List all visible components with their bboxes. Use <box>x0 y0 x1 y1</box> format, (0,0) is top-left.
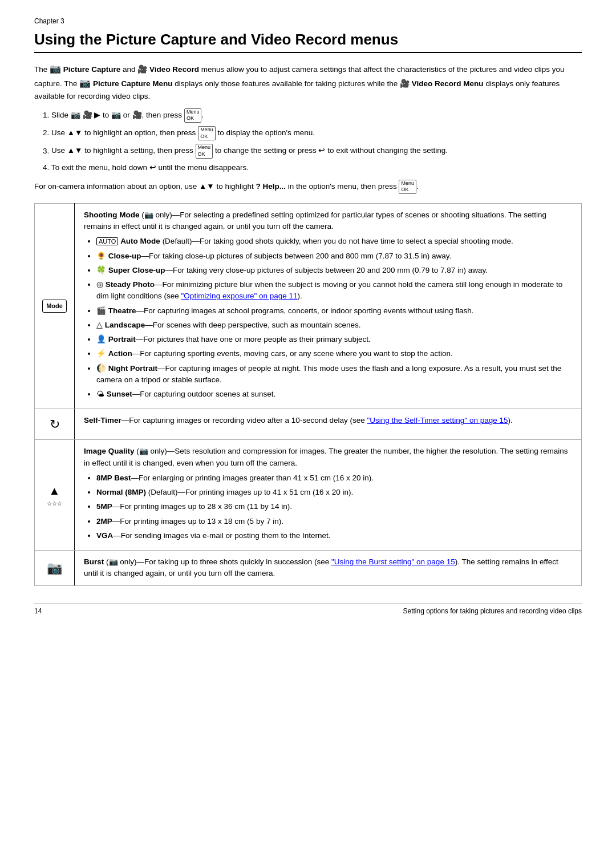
footer-page-number: 14 <box>34 607 42 615</box>
table-row-self-timer: ↻ Self-Timer—For capturing images or rec… <box>35 409 582 440</box>
bullet-theatre: 🎬 Theatre—For capturing images at school… <box>96 305 572 317</box>
burst-content: Burst (📷 only)—For taking up to three sh… <box>75 551 582 586</box>
chapter-label: Chapter 3 <box>34 17 582 25</box>
bullet-5mp: 5MP—For printing images up to 28 x 36 cm… <box>96 501 572 512</box>
step-1: Slide 📷 🎥 ▶ to 📷 or 🎥, then press MenuOK… <box>51 108 582 123</box>
feature-table: Mode Shooting Mode (📷 only)—For selectin… <box>34 203 582 586</box>
footer-text: Setting options for taking pictures and … <box>403 607 582 615</box>
bullet-8mp-best: 8MP Best—For enlarging or printing image… <box>96 472 572 484</box>
self-timer-icon: ↻ <box>50 417 60 431</box>
self-timer-icon-cell: ↻ <box>35 409 75 440</box>
bullet-auto-mode: AUTO Auto Mode (Default)—For taking good… <box>96 236 572 247</box>
bullet-super-closeup: 🍀 Super Close-up—For taking very close-u… <box>96 265 572 276</box>
bullet-steady-photo: ◎ Steady Photo—For minimizing picture bl… <box>96 279 572 302</box>
table-row-burst: 📷 Burst (📷 only)—For taking up to three … <box>35 551 582 586</box>
burst-icon: 📷 <box>47 561 62 575</box>
image-quality-icon: ▲ ☆☆☆ <box>42 482 67 508</box>
footer: 14 Setting options for taking pictures a… <box>34 603 582 615</box>
self-timer-content: Self-Timer—For capturing images or recor… <box>75 409 582 440</box>
shooting-mode-bullets: AUTO Auto Mode (Default)—For taking good… <box>96 236 572 400</box>
steps-list: Slide 📷 🎥 ▶ to 📷 or 🎥, then press MenuOK… <box>51 108 582 174</box>
burst-icon-cell: 📷 <box>35 551 75 586</box>
bullet-normal-8mp: Normal (8MP) (Default)—For printing imag… <box>96 487 572 498</box>
shooting-mode-icon-cell: Mode <box>35 203 75 409</box>
table-row-image-quality: ▲ ☆☆☆ Image Quality (📷 only)—Sets resolu… <box>35 440 582 551</box>
table-row-shooting-mode: Mode Shooting Mode (📷 only)—For selectin… <box>35 203 582 409</box>
bullet-night-portrait: 🌔 Night Portrait—For capturing images of… <box>96 363 572 386</box>
intro-section: The 📷 Picture Capture and 🎥 Video Record… <box>34 62 582 103</box>
shooting-mode-content: Shooting Mode (📷 only)—For selecting a p… <box>75 203 582 409</box>
image-quality-icon-cell: ▲ ☆☆☆ <box>35 440 75 551</box>
mode-icon: Mode <box>42 300 67 313</box>
bullet-closeup: 🌻 Close-up—For taking close-up pictures … <box>96 250 572 262</box>
bullet-2mp: 2MP—For printing images up to 13 x 18 cm… <box>96 516 572 527</box>
intro-para1: The 📷 Picture Capture and 🎥 Video Record… <box>34 62 582 103</box>
page-title: Using the Picture Capture and Video Reco… <box>34 31 582 53</box>
bullet-vga: VGA—For sending images via e-mail or pos… <box>96 530 572 541</box>
bullet-action: ⚡ Action—For capturing sporting events, … <box>96 348 572 359</box>
bullet-sunset: 🌤 Sunset—For capturing outdoor scenes at… <box>96 389 572 400</box>
step-4: To exit the menu, hold down ↩ until the … <box>51 162 582 174</box>
help-line: For on-camera information about an optio… <box>34 180 582 194</box>
step-3: Use ▲▼ to highlight a setting, then pres… <box>51 144 582 158</box>
image-quality-content: Image Quality (📷 only)—Sets resolution a… <box>75 440 582 551</box>
image-quality-bullets: 8MP Best—For enlarging or printing image… <box>96 472 572 541</box>
bullet-landscape: △ Landscape—For scenes with deep perspec… <box>96 320 572 331</box>
step-2: Use ▲▼ to highlight an option, then pres… <box>51 126 582 140</box>
bullet-portrait: 👤 Portrait—For pictures that have one or… <box>96 334 572 345</box>
